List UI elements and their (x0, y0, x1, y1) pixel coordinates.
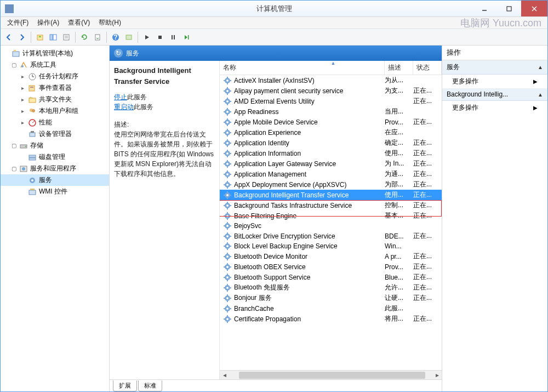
service-status: 正在... (413, 117, 442, 127)
service-name: Application Information (234, 150, 385, 157)
service-row[interactable]: Background Intelligent Transfer Service使… (220, 190, 442, 200)
close-button[interactable] (521, 1, 547, 16)
restart-service-button[interactable] (180, 31, 192, 43)
scroll-right-arrow-icon[interactable]: ▸ (432, 371, 442, 379)
menu-help[interactable]: 帮助(H) (94, 17, 125, 29)
scroll-thumb[interactable] (239, 372, 425, 379)
tree-local-users[interactable]: ▸本地用户和组 (1, 105, 109, 117)
gear-icon (223, 118, 232, 127)
back-button[interactable] (3, 31, 15, 43)
export-button[interactable] (92, 31, 104, 43)
tree-root[interactable]: 计算机管理(本地) (1, 48, 109, 59)
restart-service-link[interactable]: 重启动 (114, 103, 134, 111)
service-desc: 为通... (385, 169, 413, 179)
service-row[interactable]: Application Experience在应... (220, 127, 442, 138)
service-row[interactable]: Bluetooth Device MonitorA pr...正在... (220, 251, 442, 262)
menu-action[interactable]: 操作(A) (33, 17, 64, 29)
start-service-button[interactable] (141, 31, 153, 43)
svg-rect-137 (230, 236, 231, 237)
svg-rect-47 (230, 80, 231, 81)
service-row[interactable]: ActiveX Installer (AxInstSV)为从... (220, 75, 442, 86)
service-row[interactable]: AppX Deployment Service (AppXSVC)为部...正在… (220, 179, 442, 190)
gear-icon (223, 273, 232, 282)
service-row[interactable]: Bluetooth Support ServiceBlue...正在... (220, 272, 442, 282)
service-row[interactable]: BranchCache此服... (220, 303, 442, 314)
tree-services[interactable]: 服务 (1, 174, 109, 186)
tree-panel[interactable]: 计算机管理(本地) ▢系统工具 ▸任务计划程序 ▸事件查看器 ▸共享文件夹 ▸本… (1, 46, 110, 391)
service-row[interactable]: BejoySvc (220, 221, 442, 231)
tree-services-apps[interactable]: ▢服务和应用程序 (1, 163, 109, 174)
minimize-button[interactable] (472, 1, 496, 16)
service-row[interactable]: Certificate Propagation将用...正在... (220, 314, 442, 324)
column-description[interactable]: 描述 (385, 61, 413, 75)
toolbar-extra-button[interactable] (123, 31, 135, 43)
tab-extended[interactable]: 扩展 (113, 380, 137, 391)
svg-point-156 (226, 266, 229, 268)
menu-file[interactable]: 文件(F) (3, 17, 33, 29)
refresh-button[interactable] (78, 31, 90, 43)
show-hide-tree-button[interactable] (47, 31, 59, 43)
menu-view[interactable]: 查看(V) (64, 17, 94, 29)
gear-icon (223, 97, 232, 106)
svg-rect-164 (227, 284, 228, 286)
service-row[interactable]: Base Filtering Engine基本...正在... (220, 211, 442, 221)
svg-rect-44 (227, 77, 228, 78)
stop-service-link[interactable]: 停止 (114, 93, 127, 101)
column-name[interactable]: 名称 (220, 61, 385, 75)
tree-performance[interactable]: ▸性能 (1, 117, 109, 128)
svg-rect-153 (227, 269, 228, 271)
up-button[interactable] (34, 31, 46, 43)
tab-standard[interactable]: 标准 (138, 380, 162, 391)
chevron-right-icon: ▶ (533, 105, 538, 111)
service-row[interactable]: Alipay payment client security service为支… (220, 86, 442, 96)
service-status: 正在... (413, 252, 442, 261)
tree-systools[interactable]: ▢系统工具 (1, 59, 109, 71)
refresh-icon[interactable]: ↻ (114, 49, 123, 58)
service-desc: BDE... (385, 232, 413, 240)
tree-wmi[interactable]: WMI 控件 (1, 186, 109, 197)
tree-disk-management[interactable]: 磁盘管理 (1, 151, 109, 163)
service-row[interactable]: Bonjour 服务让硬...正在... (220, 293, 442, 303)
service-row[interactable]: Application Layer Gateway Service为 In...… (220, 158, 442, 169)
service-row[interactable]: Apple Mobile Device ServiceProv...正在... (220, 117, 442, 127)
service-row[interactable]: Application Management为通...正在... (220, 169, 442, 179)
actions-more-2[interactable]: 更多操作▶ (442, 101, 547, 115)
svg-rect-178 (224, 308, 225, 309)
service-row[interactable]: Application Identity确定...正在... (220, 138, 442, 148)
service-row[interactable]: Block Level Backup Engine ServiceWin... (220, 241, 442, 251)
service-row[interactable]: Background Tasks Infrastructure Service控… (220, 200, 442, 211)
tree-task-scheduler[interactable]: ▸任务计划程序 (1, 71, 109, 82)
actions-more-1[interactable]: 更多操作▶ (442, 75, 547, 88)
actions-section-selected[interactable]: Background Intellig...▲ (442, 88, 547, 101)
actions-section-services[interactable]: 服务▲ (442, 60, 547, 75)
svg-rect-113 (230, 195, 231, 196)
help-button[interactable]: ? (110, 31, 122, 43)
forward-button[interactable] (16, 31, 28, 43)
svg-point-34 (25, 146, 26, 147)
properties-button[interactable] (60, 31, 72, 43)
tree-device-manager[interactable]: 设备管理器 (1, 128, 109, 140)
svg-rect-63 (227, 114, 228, 116)
gear-icon (223, 242, 232, 251)
service-row[interactable]: Bluetooth 免提服务允许...正在... (220, 282, 442, 293)
service-name: Bluetooth OBEX Service (234, 263, 385, 271)
service-row[interactable]: Application Information使用...正在... (220, 148, 442, 158)
pause-service-button[interactable] (167, 31, 179, 43)
svg-rect-159 (227, 280, 228, 281)
tree-shared-folders[interactable]: ▸共享文件夹 (1, 94, 109, 105)
stop-service-button[interactable] (154, 31, 166, 43)
svg-rect-94 (224, 163, 225, 164)
services-list-body[interactable]: ActiveX Installer (AxInstSV)为从...Alipay … (220, 75, 442, 370)
scroll-left-arrp response-icon[interactable]: ◂ (220, 371, 229, 379)
service-row[interactable]: AMD External Events Utility正在... (220, 96, 442, 106)
service-row[interactable]: Bluetooth OBEX ServiceProv...正在... (220, 262, 442, 272)
tree-storage[interactable]: ▢存储 (1, 140, 109, 151)
maximize-button[interactable] (496, 1, 521, 16)
tree-event-viewer[interactable]: ▸事件查看器 (1, 82, 109, 94)
service-row[interactable]: App Readiness当用... (220, 106, 442, 117)
service-row[interactable]: BitLocker Drive Encryption ServiceBDE...… (220, 231, 442, 241)
gear-icon (223, 283, 232, 292)
column-status[interactable]: 状态 (413, 61, 442, 75)
svg-rect-32 (31, 131, 34, 133)
horizontal-scrollbar[interactable]: ◂ ▸ (220, 370, 442, 379)
